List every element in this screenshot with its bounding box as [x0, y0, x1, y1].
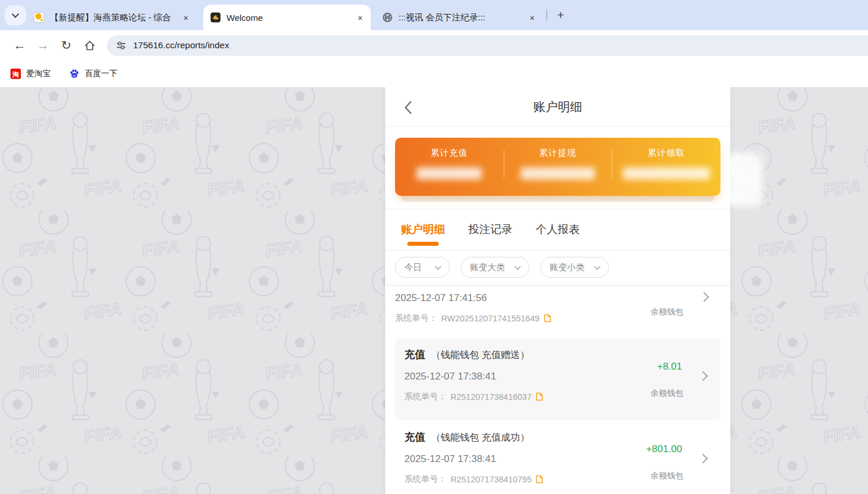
tab-account-detail[interactable]: 账户明细 — [400, 209, 446, 250]
transaction-type: 充值 — [404, 348, 425, 361]
svg-text:du: du — [73, 74, 76, 77]
wallet-tag: 余额钱包 — [651, 388, 683, 399]
wallet-tag: 余额钱包 — [651, 307, 683, 317]
back-chevron-icon[interactable] — [403, 100, 414, 115]
baidu-icon: du — [69, 69, 80, 79]
blurred-overlay-blob — [726, 153, 762, 206]
account-detail-panel: 账户明细 累计充值 累计提现 累计领取 账户明细 投注记 — [385, 87, 730, 494]
masked-value — [521, 167, 595, 180]
order-number: R2512071738410795 — [451, 475, 532, 484]
close-icon[interactable]: × — [354, 12, 366, 23]
chevron-down-icon — [12, 10, 19, 18]
tab-title: 【新提醒】海燕策略论坛 - 综合 — [50, 12, 177, 23]
transaction-title-line: 充值 （钱能钱包 充值赠送） — [404, 348, 711, 361]
browser-tab-welcome[interactable]: Welcome × — [203, 5, 371, 30]
transaction-type: 充值 — [404, 430, 425, 444]
new-tab-button[interactable]: + — [552, 6, 569, 24]
filter-label: 今日 — [404, 262, 422, 273]
reload-button[interactable]: ↻ — [55, 34, 78, 57]
wallet-tag: 余额钱包 — [651, 471, 683, 481]
totals-card: 累计充值 累计提现 累计领取 — [395, 138, 720, 196]
browser-toolbar: ← → ↻ 175616.cc/reports/index — [0, 30, 868, 60]
transaction-time: 2025-12-07 17:38:41 — [404, 371, 711, 382]
browser-tab-forum[interactable]: 【新提醒】海燕策略论坛 - 综合 × — [27, 5, 196, 30]
amount-positive: +8.01 — [657, 361, 682, 373]
transaction-time: 2025-12-07 17:38:41 — [404, 453, 711, 465]
filter-major-type-dropdown[interactable]: 账变大类 — [461, 257, 529, 278]
stat-label: 累计充值 — [395, 148, 504, 159]
stat-label: 累计领取 — [612, 148, 720, 159]
section-tabs: 账户明细 投注记录 个人报表 — [385, 209, 730, 250]
stat-total-withdraw: 累计提现 — [504, 138, 612, 196]
welcome-favicon-icon — [210, 12, 221, 23]
bookmarks-bar: 淘 爱淘宝 du 百度一下 — [0, 60, 868, 87]
close-icon[interactable]: × — [180, 12, 192, 23]
taobao-icon: 淘 — [10, 69, 21, 79]
chevron-down-icon — [435, 263, 441, 270]
close-icon[interactable]: × — [526, 12, 538, 23]
site-settings-icon[interactable] — [116, 41, 126, 51]
bookmark-label: 百度一下 — [85, 69, 117, 79]
card-stack-edge — [401, 196, 715, 202]
transaction-title-line: 充值 （钱能钱包 充值成功） — [404, 430, 711, 444]
bookmark-baidu[interactable]: du 百度一下 — [69, 69, 117, 79]
bookmark-label: 爱淘宝 — [26, 69, 51, 79]
forward-button[interactable]: → — [31, 34, 55, 57]
filter-minor-type-dropdown[interactable]: 账变小类 — [540, 257, 609, 278]
svg-text:淘: 淘 — [12, 71, 19, 78]
transaction-row[interactable]: 充值 （钱能钱包 充值赠送） 2025-12-07 17:38:41 系统单号：… — [395, 339, 720, 420]
transaction-row[interactable]: 2025-12-07 17:41:56 系统单号：RW2025120717415… — [395, 291, 720, 338]
order-number: R2512071738416037 — [451, 392, 532, 402]
tab-personal-report[interactable]: 个人报表 — [535, 209, 581, 250]
order-number: RW202512071741551649 — [442, 314, 540, 323]
browser-tab-strip: 【新提醒】海燕策略论坛 - 综合 × Welcome × :::视讯 会员下注纪… — [0, 0, 868, 30]
filter-label: 账变大类 — [470, 262, 505, 273]
filter-label: 账变小类 — [550, 262, 584, 273]
summary-section: 累计充值 累计提现 累计领取 — [385, 127, 730, 202]
page-content: FIFA FIFA 账户明细 累计充值 累计提现 — [0, 87, 868, 494]
filter-bar: 今日 账变大类 账变小类 — [385, 250, 730, 285]
filter-date-dropdown[interactable]: 今日 — [395, 257, 450, 278]
url-text[interactable]: 175616.cc/reports/index — [133, 40, 229, 51]
home-icon — [84, 40, 96, 52]
transaction-time: 2025-12-07 17:41:56 — [395, 292, 720, 304]
home-button[interactable] — [78, 34, 101, 57]
back-button[interactable]: ← — [8, 34, 31, 57]
tab-title: Welcome — [227, 13, 351, 23]
tab-separator — [546, 9, 547, 21]
masked-value — [417, 167, 482, 180]
tab-bet-records[interactable]: 投注记录 — [467, 209, 514, 250]
tab-search-button[interactable] — [5, 5, 26, 26]
panel-header: 账户明细 — [385, 87, 730, 127]
transaction-row[interactable]: 充值 （钱能钱包 充值成功） 2025-12-07 17:38:41 系统单号：… — [395, 421, 720, 494]
page-title: 账户明细 — [533, 99, 582, 115]
transaction-list: 2025-12-07 17:41:56 系统单号：RW2025120717415… — [385, 285, 730, 494]
stat-label: 累计提现 — [504, 148, 612, 159]
order-label: 系统单号： — [404, 474, 447, 485]
browser-tab-records[interactable]: :::视讯 会员下注纪录::: × — [375, 5, 543, 30]
bookmark-taobao[interactable]: 淘 爱淘宝 — [10, 69, 51, 79]
copy-icon[interactable] — [536, 475, 543, 484]
transaction-subtitle: （钱能钱包 充值成功） — [431, 431, 530, 444]
order-label: 系统单号： — [395, 313, 437, 324]
stat-total-deposit: 累计充值 — [395, 138, 504, 196]
transaction-subtitle: （钱能钱包 充值赠送） — [431, 349, 530, 361]
address-bar[interactable]: 175616.cc/reports/index — [107, 35, 868, 56]
chevron-down-icon — [514, 263, 521, 270]
copy-icon[interactable] — [544, 314, 551, 323]
stat-total-claimed: 累计领取 — [612, 138, 720, 196]
forum-favicon-icon — [34, 12, 44, 23]
copy-icon[interactable] — [536, 392, 543, 401]
tab-title: :::视讯 会员下注纪录::: — [399, 12, 523, 23]
globe-icon — [382, 12, 393, 23]
amount-positive: +801.00 — [646, 443, 682, 455]
masked-value — [623, 167, 710, 180]
chevron-down-icon — [594, 263, 600, 270]
order-label: 系统单号： — [404, 391, 447, 402]
